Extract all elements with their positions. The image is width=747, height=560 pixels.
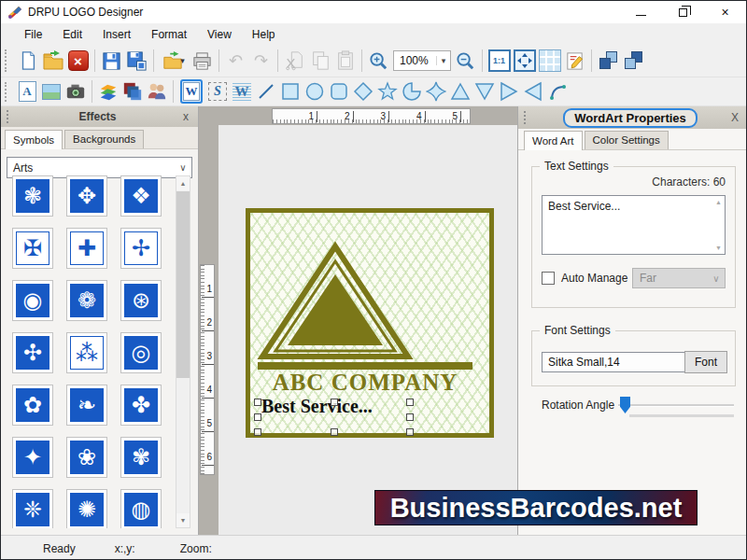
selection-handle[interactable] — [254, 428, 261, 436]
watermark-tool-button[interactable]: W — [230, 80, 254, 104]
zoom-out-button[interactable] — [453, 49, 478, 74]
draw-arc-button[interactable] — [545, 80, 570, 104]
insert-text-button[interactable]: A — [15, 80, 39, 104]
copy-button[interactable] — [307, 49, 332, 74]
open-file-button[interactable] — [40, 49, 65, 74]
color-styles-button[interactable] — [120, 80, 145, 104]
tab-backgrounds[interactable]: Backgrounds — [64, 130, 144, 148]
selection-handle[interactable] — [406, 399, 414, 406]
redo-button[interactable]: ↷ — [248, 49, 274, 74]
save-button[interactable] — [99, 49, 124, 74]
draw-triangle-down-button[interactable] — [472, 80, 497, 104]
symbol-tile[interactable]: ◍ — [120, 489, 162, 528]
send-to-back-button[interactable] — [621, 49, 646, 74]
draw-rounded-rect-button[interactable] — [327, 80, 351, 104]
toolbar-grip[interactable] — [5, 82, 12, 102]
selection-handle[interactable] — [331, 428, 338, 436]
symbol-tile[interactable]: ✣ — [12, 332, 53, 373]
cut-button[interactable] — [282, 49, 307, 74]
logo-tagline-text[interactable]: Best Service... — [261, 396, 373, 417]
new-document-button[interactable] — [15, 49, 40, 74]
symbol-tile[interactable]: ❃ — [12, 175, 53, 217]
logo-company-text[interactable]: ABC COMPANY — [250, 370, 480, 396]
page-setup-button[interactable] — [562, 49, 587, 74]
symbol-tool-button[interactable]: S — [205, 80, 230, 104]
show-grid-button[interactable] — [537, 49, 562, 74]
close-file-button[interactable]: × — [65, 49, 91, 74]
symbol-tile[interactable]: ◎ — [120, 332, 162, 373]
symbol-tile[interactable]: ❖ — [120, 175, 162, 217]
draw-diamond-button[interactable] — [351, 80, 375, 104]
slider-thumb[interactable] — [620, 397, 630, 413]
zoom-in-button[interactable] — [366, 49, 391, 74]
draw-pie-button[interactable] — [400, 80, 424, 104]
tab-word-art[interactable]: Word Art — [524, 131, 583, 150]
symbol-tile[interactable]: ❀ — [66, 437, 107, 478]
font-name-input[interactable]: Sitka Small,14 — [542, 352, 689, 372]
selection-handle[interactable] — [406, 413, 414, 421]
wordart-panel-close-icon[interactable]: X — [727, 111, 742, 124]
slider-track[interactable] — [618, 404, 734, 407]
panel-grip[interactable] — [524, 111, 529, 124]
draw-line-button[interactable] — [254, 80, 278, 104]
symbol-tile[interactable]: ✥ — [66, 175, 107, 217]
menu-file[interactable]: File — [14, 25, 52, 44]
selection-handle[interactable] — [254, 413, 261, 421]
symbols-scrollbar[interactable]: ▲ ▼ — [176, 175, 190, 528]
menu-edit[interactable]: Edit — [52, 25, 92, 44]
draw-rectangle-button[interactable] — [278, 80, 303, 104]
menu-format[interactable]: Format — [141, 25, 197, 44]
zoom-level-combo[interactable]: 100% ▾ — [393, 50, 451, 71]
export-button[interactable]: ▾ — [158, 49, 190, 74]
paste-button[interactable] — [332, 49, 358, 74]
symbol-tile[interactable]: ✚ — [66, 228, 107, 269]
auto-manage-checkbox[interactable] — [542, 272, 555, 285]
symbol-tile[interactable]: ◉ — [12, 280, 53, 321]
close-button[interactable]: × — [704, 1, 746, 23]
symbol-tile[interactable]: ✦ — [12, 437, 53, 478]
symbol-tile[interactable]: ✤ — [120, 385, 162, 426]
textarea-scroll-up-icon[interactable]: ▲ — [715, 199, 722, 205]
minimize-button[interactable] — [620, 1, 662, 23]
zoom-combo-caret-icon[interactable]: ▾ — [436, 56, 450, 65]
menu-insert[interactable]: Insert — [92, 25, 141, 44]
design-canvas[interactable]: 12345 123456 ABC COMPANY Best Service... — [199, 106, 517, 535]
scroll-down-icon[interactable]: ▼ — [176, 513, 190, 527]
selection-handle[interactable] — [406, 428, 414, 436]
fit-page-button[interactable] — [512, 49, 537, 74]
menu-view[interactable]: View — [197, 25, 242, 44]
symbol-tile[interactable]: ❁ — [66, 280, 107, 321]
wordart-tool-button-selected[interactable]: W — [177, 80, 205, 104]
bring-to-front-button[interactable] — [596, 49, 621, 74]
selection-handle[interactable] — [254, 399, 261, 406]
selection-handle[interactable] — [331, 399, 338, 406]
save-as-button[interactable] — [124, 49, 149, 74]
actual-size-button[interactable]: 1:1 — [486, 49, 512, 74]
logo-design[interactable]: ABC COMPANY Best Service... — [246, 208, 494, 438]
scroll-up-icon[interactable]: ▲ — [176, 176, 190, 190]
font-button[interactable]: Font — [684, 351, 727, 373]
draw-triangle-button[interactable] — [448, 80, 472, 104]
effects-layers-button[interactable] — [96, 80, 120, 104]
tab-color-settings[interactable]: Color Settings — [585, 131, 669, 149]
symbol-tile[interactable]: ✢ — [120, 228, 162, 269]
menu-help[interactable]: Help — [242, 25, 286, 44]
distance-select-disabled[interactable]: Far ∨ — [632, 268, 726, 288]
draw-triangle-left-button[interactable] — [521, 80, 545, 104]
symbol-tile[interactable]: ⁂ — [66, 332, 107, 373]
wordart-text-input[interactable]: Best Service... ▲ ▼ — [542, 195, 726, 255]
camera-button[interactable] — [63, 80, 88, 104]
undo-button[interactable]: ↶ — [223, 49, 248, 74]
toolbar-grip[interactable] — [5, 49, 12, 72]
restore-button[interactable] — [662, 1, 704, 23]
symbol-tile[interactable]: ✾ — [120, 437, 162, 478]
clipart-people-button[interactable] — [145, 80, 169, 104]
dropdown-caret-icon[interactable]: ▾ — [180, 56, 185, 65]
draw-ellipse-button[interactable] — [303, 80, 327, 104]
symbol-tile[interactable]: ❧ — [66, 385, 107, 426]
textarea-scroll-down-icon[interactable]: ▼ — [715, 245, 722, 251]
symbol-tile[interactable]: ✿ — [12, 385, 53, 426]
effects-panel-close-icon[interactable]: x — [179, 110, 192, 123]
draw-star4-button[interactable] — [424, 80, 448, 104]
draw-star-button[interactable] — [375, 80, 400, 104]
